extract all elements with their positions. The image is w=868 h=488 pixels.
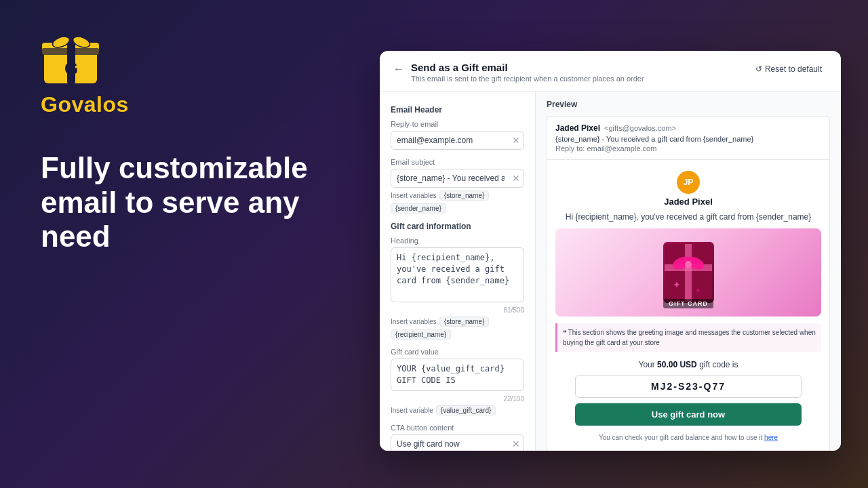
gift-code-section: Your 50.00 USD gift code is MJ2-S23-Q77 … bbox=[555, 360, 821, 441]
heading-group: Heading Hi {recipient_name}, you've rece… bbox=[391, 237, 524, 340]
email-from-row: Jaded Pixel <gifts@govalos.com> bbox=[555, 123, 821, 133]
svg-text:✦: ✦ bbox=[695, 287, 701, 294]
svg-point-12 bbox=[685, 261, 692, 268]
heading-variables-row: Insert variables {store_name} {recipient… bbox=[391, 317, 524, 340]
logo-area: G Govalos bbox=[41, 33, 313, 117]
gift-value-variables-row: Insert variable {value_gift_card} bbox=[391, 405, 524, 415]
reset-to-default-button[interactable]: ↺ Reset to default bbox=[750, 62, 827, 77]
subject-clear-icon[interactable]: ✕ bbox=[512, 173, 520, 184]
modal-title-block: Send as a Gift email This email is sent … bbox=[411, 62, 644, 83]
email-from-addr: <gifts@govalos.com> bbox=[604, 124, 676, 132]
store-name-preview: Jaded Pixel bbox=[664, 197, 713, 207]
email-subject-label: Email subject bbox=[391, 158, 524, 166]
subject-var-sender-name[interactable]: {sender_name} bbox=[391, 203, 446, 214]
modal-title: Send as a Gift email bbox=[411, 62, 644, 73]
gift-card-image-area: ✦ ✦ GIFT CARD bbox=[555, 228, 821, 317]
logo-icon: G bbox=[41, 33, 102, 87]
balance-text: You can check your gift card balance and… bbox=[599, 434, 778, 441]
reset-label: Reset to default bbox=[765, 64, 822, 74]
email-reply-row: Reply to: email@example.com bbox=[555, 144, 821, 152]
svg-text:G: G bbox=[64, 58, 78, 79]
amount-suffix: gift code is bbox=[699, 360, 738, 369]
form-column: Email Header Reply-to email ✕ Email subj… bbox=[380, 92, 536, 451]
modal-header: ← Send as a Gift email This email is sen… bbox=[380, 51, 841, 92]
gift-amount-text: Your 50.00 USD gift code is bbox=[638, 360, 738, 369]
heading-var-recipient-name[interactable]: {recipient_name} bbox=[391, 329, 451, 340]
gift-code-box: MJ2-S23-Q77 bbox=[575, 375, 801, 398]
use-gift-card-button[interactable]: Use gift card now bbox=[575, 403, 801, 426]
svg-rect-3 bbox=[42, 48, 99, 55]
gift-card-label: GIFT CARD bbox=[663, 299, 713, 308]
preview-column: Preview Jaded Pixel <gifts@govalos.com> … bbox=[536, 92, 841, 451]
cta-input-wrap: ✕ bbox=[391, 434, 524, 451]
heading-char-count: 81/500 bbox=[391, 306, 524, 314]
preview-title: Preview bbox=[547, 100, 830, 109]
reply-to-value: email@example.com bbox=[587, 144, 656, 152]
heading-textarea[interactable]: Hi {recipient_name}, you've received a g… bbox=[391, 247, 524, 302]
gift-card-svg: ✦ ✦ bbox=[665, 244, 712, 302]
avatar: JP bbox=[677, 171, 700, 194]
cta-group: CTA button content ✕ bbox=[391, 424, 524, 451]
modal-panel: ← Send as a Gift email This email is sen… bbox=[380, 51, 841, 451]
email-subject-input-wrap: ✕ bbox=[391, 169, 524, 188]
heading-label: Heading bbox=[391, 237, 524, 245]
amount-value: 50.00 USD bbox=[657, 360, 697, 369]
cta-clear-icon[interactable]: ✕ bbox=[512, 439, 520, 449]
gift-value-var[interactable]: {value_gift_card} bbox=[436, 405, 496, 415]
reply-to-email-group: Reply-to email ✕ bbox=[391, 120, 524, 150]
heading-var-store-name[interactable]: {store_name} bbox=[439, 317, 490, 327]
gift-card-inner: ✦ ✦ bbox=[663, 242, 714, 303]
subject-variables-row: Insert variables {store_name} {sender_na… bbox=[391, 190, 524, 214]
headline-text: Fully customizable email to serve any ne… bbox=[41, 151, 313, 254]
email-subject-group: Email subject ✕ Insert variables {store_… bbox=[391, 158, 524, 214]
reply-to-label: Reply to: bbox=[555, 144, 585, 152]
gift-value-textarea-wrap: YOUR {value_gift_card} GIFT CODE IS bbox=[391, 359, 524, 394]
svg-text:✦: ✦ bbox=[673, 279, 681, 290]
left-panel: G Govalos Fully customizable email to se… bbox=[0, 0, 346, 488]
gift-card-info-section-title: Gift card information bbox=[391, 222, 524, 231]
heading-textarea-wrap: Hi {recipient_name}, you've received a g… bbox=[391, 247, 524, 305]
reply-to-email-input[interactable] bbox=[391, 131, 524, 150]
email-subject-input[interactable] bbox=[391, 169, 524, 188]
back-button[interactable]: ← bbox=[393, 63, 404, 75]
logo-name: Govalos bbox=[41, 92, 129, 117]
reply-to-email-label: Reply-to email bbox=[391, 120, 524, 128]
subject-var-store-name[interactable]: {store_name} bbox=[439, 190, 490, 201]
email-body-preview: JP Jaded Pixel Hi {recipient_name}, you'… bbox=[547, 160, 830, 451]
reply-to-email-input-wrap: ✕ bbox=[391, 131, 524, 150]
gift-card-value-label: Gift card value bbox=[391, 348, 524, 356]
gift-card-value-textarea[interactable]: YOUR {value_gift_card} GIFT CODE IS bbox=[391, 359, 524, 391]
balance-link[interactable]: here bbox=[764, 434, 778, 441]
subject-insert-label: Insert variables bbox=[391, 192, 437, 199]
cta-input[interactable] bbox=[391, 434, 524, 451]
heading-insert-label: Insert variables bbox=[391, 318, 437, 325]
balance-text-prefix: You can check your gift card balance and… bbox=[599, 434, 762, 441]
svg-rect-8 bbox=[685, 244, 692, 302]
modal-body: Email Header Reply-to email ✕ Email subj… bbox=[380, 92, 841, 451]
email-subject-preview: {store_name} - You received a gift card … bbox=[555, 135, 821, 143]
amount-prefix: Your bbox=[638, 360, 654, 369]
email-preview-header: Jaded Pixel <gifts@govalos.com> {store_n… bbox=[547, 116, 830, 160]
gift-card-value-group: Gift card value YOUR {value_gift_card} G… bbox=[391, 348, 524, 415]
modal-header-left: ← Send as a Gift email This email is sen… bbox=[393, 62, 644, 83]
email-from-name: Jaded Pixel bbox=[555, 123, 600, 133]
greeting-text: Hi {recipient_name}, you've received a g… bbox=[566, 212, 812, 222]
gift-value-char-count: 22/100 bbox=[391, 395, 524, 403]
greeting-message-box: ❝ This section shows the greeting image … bbox=[555, 323, 821, 352]
modal-subtitle: This email is sent to the gift recipient… bbox=[411, 75, 644, 83]
gift-value-insert-label: Insert variable bbox=[391, 407, 433, 414]
reset-icon: ↺ bbox=[755, 64, 762, 74]
email-header-section-title: Email Header bbox=[391, 105, 524, 115]
reply-to-clear-icon[interactable]: ✕ bbox=[512, 135, 520, 146]
cta-label: CTA button content bbox=[391, 424, 524, 432]
